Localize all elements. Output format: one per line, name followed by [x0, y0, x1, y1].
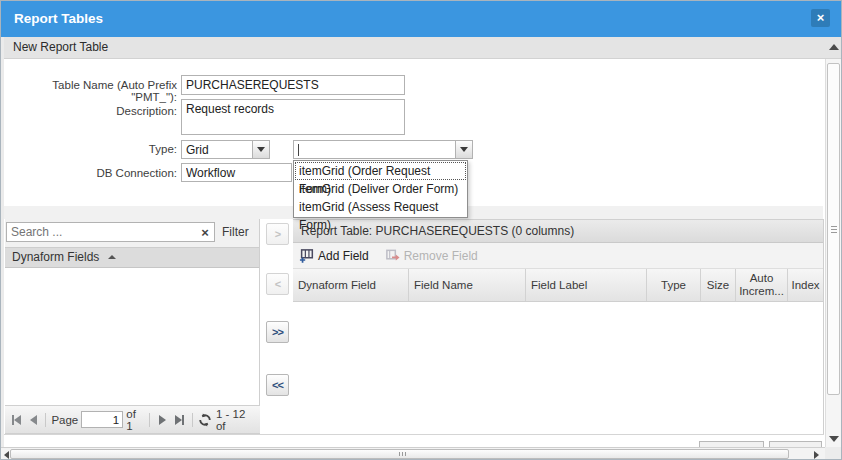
- right-panel-border: [823, 219, 824, 434]
- last-page-icon: [175, 415, 182, 425]
- text-cursor: [298, 144, 299, 156]
- last-page-button[interactable]: [173, 412, 187, 428]
- move-left-button[interactable]: <: [266, 273, 289, 295]
- remove-field-label: Remove Field: [404, 249, 478, 263]
- first-page-button[interactable]: [9, 412, 23, 428]
- add-field-button[interactable]: Add Field: [299, 248, 369, 263]
- scroll-up-icon[interactable]: [829, 44, 839, 50]
- add-field-label: Add Field: [318, 249, 369, 263]
- title-bar[interactable]: Report Tables ×: [1, 1, 842, 37]
- sort-asc-icon: [108, 255, 116, 259]
- separator: [45, 413, 46, 427]
- grid-combo-trigger[interactable]: [455, 141, 472, 158]
- description-label: Description:: [5, 105, 177, 117]
- scrollbar-grip: [831, 226, 837, 233]
- search-input[interactable]: [7, 225, 196, 239]
- move-all-right-button[interactable]: >>: [266, 321, 289, 343]
- page-label: Page: [51, 414, 78, 426]
- page-of-label: of 1: [126, 408, 144, 432]
- close-icon[interactable]: ×: [811, 9, 830, 27]
- left-panel-border: [259, 219, 260, 434]
- dropdown-option[interactable]: itemGrid (Assess Request Form): [295, 198, 466, 216]
- next-page-icon: [159, 415, 166, 425]
- prev-page-icon: [30, 415, 37, 425]
- dialog-left-edge: [1, 37, 4, 460]
- scrollbar-corner: [825, 447, 842, 460]
- add-field-icon: [299, 248, 314, 263]
- separator: [192, 413, 193, 427]
- chevron-down-icon: [257, 147, 265, 152]
- refresh-button[interactable]: [198, 412, 213, 428]
- dialog-title: Report Tables: [14, 1, 103, 37]
- db-connection-input[interactable]: [181, 163, 292, 182]
- filter-label: Filter: [222, 225, 249, 239]
- column-header-label: Dynaform Fields: [12, 250, 99, 264]
- type-label: Type:: [5, 143, 177, 155]
- column-header-field-label[interactable]: Field Label: [526, 269, 647, 301]
- scroll-left-icon[interactable]: [4, 451, 9, 459]
- dropdown-option[interactable]: itemGrid (Order Request Form): [295, 162, 466, 180]
- prev-page-button[interactable]: [26, 412, 40, 428]
- remove-field-icon: [385, 248, 400, 263]
- report-table-toolbar: Add Field Remove Field: [293, 243, 823, 269]
- chevron-down-icon: [460, 147, 468, 152]
- pagination-bar: Page of 1 1 - 12 of: [5, 405, 260, 434]
- content-bottom-border: [4, 434, 824, 435]
- move-right-button[interactable]: >: [266, 223, 289, 245]
- type-combo-input[interactable]: [182, 141, 252, 158]
- grid-combo-dropdown: itemGrid (Order Request Form) itemGrid (…: [293, 160, 468, 218]
- horizontal-scrollbar[interactable]: [1, 447, 825, 460]
- move-all-left-button[interactable]: <<: [266, 374, 289, 396]
- separator: [149, 413, 150, 427]
- grid-combo-input[interactable]: [294, 141, 455, 158]
- search-field[interactable]: ×: [6, 222, 215, 242]
- column-header-type[interactable]: Type: [647, 269, 701, 301]
- record-range-label: 1 - 12 of: [216, 408, 256, 432]
- table-name-label: Table Name (Auto Prefix "PMT_"):: [5, 79, 177, 103]
- column-header-index[interactable]: Index: [788, 269, 823, 301]
- clear-search-icon[interactable]: ×: [196, 225, 214, 240]
- db-connection-label: DB Connection:: [5, 167, 177, 179]
- report-table-panel-header: Report Table: PURCHASEREQUESTS (0 column…: [293, 219, 823, 243]
- grid-combo[interactable]: [293, 140, 473, 159]
- scroll-right-icon[interactable]: [814, 451, 819, 459]
- scrollbar-grip: [399, 452, 406, 456]
- next-page-button[interactable]: [155, 412, 169, 428]
- column-header-dynaform-field[interactable]: Dynaform Field: [293, 269, 409, 301]
- report-table-grid-header: Dynaform Field Field Name Field Label Ty…: [293, 269, 823, 302]
- horizontal-scrollbar-thumb[interactable]: [10, 449, 789, 459]
- description-input[interactable]: Request records: [181, 99, 405, 135]
- remove-field-button[interactable]: Remove Field: [385, 248, 478, 263]
- column-header-field-name[interactable]: Field Name: [409, 269, 526, 301]
- type-combo-trigger[interactable]: [252, 141, 269, 158]
- table-name-input[interactable]: [181, 75, 405, 95]
- subheader-title: New Report Table: [4, 37, 842, 59]
- type-combo[interactable]: [181, 140, 270, 159]
- column-header-size[interactable]: Size: [701, 269, 736, 301]
- page-number-input[interactable]: [81, 411, 123, 428]
- dropdown-option[interactable]: itemGrid (Deliver Order Form): [295, 180, 466, 198]
- scroll-down-icon[interactable]: [829, 436, 839, 442]
- dynaform-fields-column-header[interactable]: Dynaform Fields: [5, 247, 259, 268]
- vertical-scrollbar-thumb[interactable]: [827, 63, 840, 395]
- report-tables-dialog: Report Tables × New Report Table Table N…: [0, 0, 842, 460]
- refresh-icon: [198, 413, 212, 427]
- column-header-auto-increment[interactable]: Auto Increm...: [736, 269, 788, 301]
